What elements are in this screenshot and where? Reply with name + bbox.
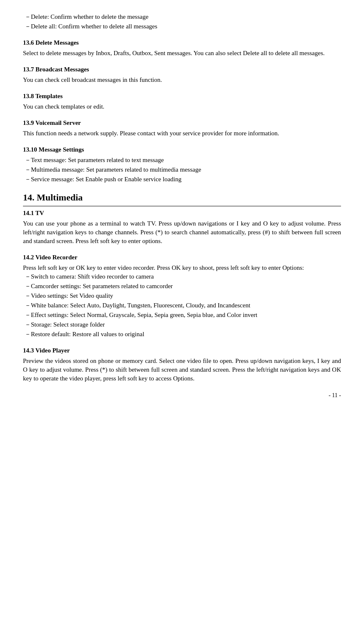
pre-section-bullets: －Delete: Confirm whether to delete the m… [23, 13, 341, 31]
section-14-3: 14.3 Video Player Preview the videos sto… [23, 346, 341, 383]
bullet-delete-all: －Delete all: Confirm whether to delete a… [23, 22, 341, 31]
bullet-service-message: －Service message: Set Enable push or Ena… [23, 175, 341, 184]
section-title-13-9: 13.9 Voicemail Server [23, 119, 341, 127]
bullet-white-balance: －White balance: Select Auto, Daylight, T… [23, 301, 341, 310]
section-14-1: 14.1 TV You can use your phone as a term… [23, 209, 341, 246]
chapter-14-divider [23, 206, 341, 206]
section-13-7: 13.7 Broadcast Messages You can check ce… [23, 65, 341, 84]
bullet-switch-camera: －Switch to camera: Shift video recorder … [23, 272, 341, 281]
section-13-9: 13.9 Voicemail Server This function need… [23, 119, 341, 138]
section-body-14-2-intro: Press left soft key or OK key to enter v… [23, 264, 341, 272]
bullet-delete: －Delete: Confirm whether to delete the m… [23, 13, 341, 21]
bullet-video-settings: －Video settings: Set Video quality [23, 291, 341, 300]
bullet-restore-default: －Restore default: Restore all values to … [23, 330, 341, 339]
section-body-14-3: Preview the videos stored on phone or me… [23, 357, 341, 383]
subsection-title-14-3: 14.3 Video Player [23, 346, 341, 355]
section-body-14-1: You can use your phone as a terminal to … [23, 219, 341, 246]
chapter-14-title: 14. Multimedia [23, 191, 341, 204]
bullet-storage: －Storage: Select storage folder [23, 320, 341, 329]
section-title-13-6: 13.6 Delete Messages [23, 38, 341, 47]
subsection-title-14-1: 14.1 TV [23, 209, 341, 218]
section-14-2: 14.2 Video Recorder Press left soft key … [23, 253, 341, 339]
section-body-13-9: This function needs a network supply. Pl… [23, 129, 341, 138]
section-title-13-10: 13.10 Message Settings [23, 145, 341, 154]
bullet-effect-settings: －Effect settings: Select Normal, Graysca… [23, 311, 341, 319]
section-title-13-7: 13.7 Broadcast Messages [23, 65, 341, 74]
section-title-13-8: 13.8 Templates [23, 92, 341, 101]
page-number: - 11 - [23, 391, 341, 400]
section-13-10: 13.10 Message Settings －Text message: Se… [23, 145, 341, 184]
chapter-14: 14. Multimedia 14.1 TV You can use your … [23, 191, 341, 383]
bullet-camcorder-settings: －Camcorder settings: Set parameters rela… [23, 282, 341, 291]
section-body-13-6: Select to delete messages by Inbox, Draf… [23, 49, 341, 58]
bullet-multimedia-message: －Multimedia message: Set parameters rela… [23, 165, 341, 174]
bullet-text-message: －Text message: Set parameters related to… [23, 156, 341, 165]
section-body-13-7: You can check cell broadcast messages in… [23, 76, 341, 84]
subsection-title-14-2: 14.2 Video Recorder [23, 253, 341, 262]
section-body-13-8: You can check templates or edit. [23, 102, 341, 111]
section-13-8: 13.8 Templates You can check templates o… [23, 92, 341, 111]
section-13-6: 13.6 Delete Messages Select to delete me… [23, 38, 341, 58]
